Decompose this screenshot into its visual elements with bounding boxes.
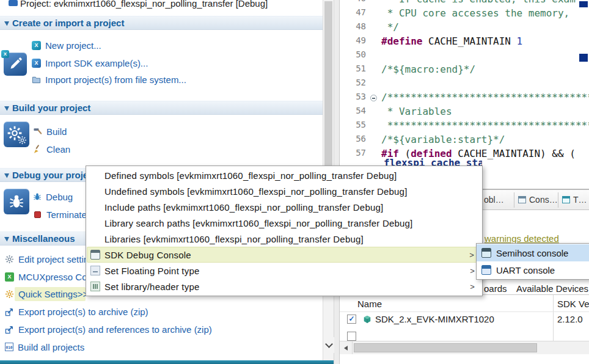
tab-separator	[558, 192, 558, 208]
submenu-item-label: UART console	[496, 265, 555, 275]
column-header-name[interactable]: Name	[357, 299, 382, 309]
menu-item-set-floating-point-type[interactable]: Set Floating Point type>	[86, 263, 482, 278]
section-header-create-or-import[interactable]: Create or import a project	[0, 16, 323, 30]
line-number-49: 49	[340, 35, 369, 49]
code-line-54: * Variables	[381, 106, 589, 120]
menu-item-label: Defined symbols [evkmimxrt1060_flexspi_n…	[104, 170, 397, 181]
code-area: * If cache is enabled, this exam * CPU c…	[381, 0, 589, 162]
scrollbar-thumb[interactable]	[354, 343, 537, 352]
chevron-down-icon	[325, 340, 333, 348]
quickstart-item-quick-settings[interactable]: Quick Settings>>	[5, 288, 88, 299]
sdk-name: SDK_2.x_EVK-MIMXRT1020	[375, 314, 494, 324]
submenu-item-uart-console[interactable]: UART console	[477, 261, 589, 278]
quickstart-item-edit-project-settings[interactable]: Edit project settings	[5, 253, 98, 264]
quickstart-item-new-project[interactable]: X New project...	[32, 40, 101, 51]
console-icon	[90, 250, 100, 260]
code-line-52	[381, 78, 589, 92]
settings-gear-icon	[5, 255, 14, 264]
menu-item-defined-symbols[interactable]: Defined symbols [evkmimxrt1060_flexspi_n…	[86, 167, 482, 183]
quickstart-panel-icon	[9, 0, 18, 6]
sdk-debug-console-submenu: Semihost consoleUART console	[476, 243, 589, 280]
menu-item-sdk-debug-console[interactable]: SDK Debug Console>	[87, 247, 481, 263]
line-number-gutter: 464748495051525354555657	[340, 0, 369, 162]
quickstart-item-export-references-archive[interactable]: Export project(s) and references to arch…	[5, 324, 212, 335]
subtab-boards[interactable]: oards	[484, 283, 507, 294]
folder-import-icon	[32, 75, 41, 84]
section-header-build[interactable]: Build your project	[0, 101, 323, 115]
menu-item-set-library-header-type[interactable]: Set library/header type>	[86, 278, 482, 294]
tab-separator	[514, 192, 514, 208]
new-project-icon: X	[32, 41, 41, 50]
overview-ruler-marker[interactable]	[579, 1, 588, 7]
line-number-51: 51	[340, 64, 369, 78]
arrow-left-icon	[344, 346, 348, 351]
menu-item-label: Set Floating Point type	[104, 266, 200, 276]
bug-icon	[33, 192, 42, 201]
subtab-available-devices[interactable]: Available Devices	[516, 283, 588, 294]
config-tools-icon: X	[5, 272, 14, 282]
column-header-sdk-version[interactable]: SDK Version	[557, 299, 589, 309]
scroll-down-button[interactable]	[323, 337, 334, 353]
quickstart-item-import-from-filesystem[interactable]: Import project(s) from file system...	[32, 74, 186, 85]
quickstart-item-debug[interactable]: Debug	[33, 191, 73, 202]
menu-item-libraries[interactable]: Libraries [evkmimxrt1060_flexspi_nor_pol…	[86, 231, 482, 247]
menu-item-undefined-symb-ols[interactable]: Undefined symb​ols [evkmimxrt1060_flexsp…	[86, 183, 482, 199]
sdk-version: 2.12.0	[557, 314, 583, 324]
submenu-item-semihost-console[interactable]: Semihost console	[477, 244, 589, 261]
collapse-twistie-icon	[4, 173, 9, 178]
quick-settings-gear-icon	[5, 289, 14, 299]
binary-010-icon: 010	[5, 343, 13, 351]
sdk-row-checkbox[interactable]	[347, 332, 356, 341]
export-icon	[5, 325, 14, 334]
horizontal-scrollbar[interactable]	[340, 341, 589, 354]
terminate-icon	[34, 211, 41, 218]
line-number-46: 46	[340, 0, 369, 7]
menu-item-label: Library search paths [evkmimxrt1060_flex…	[104, 218, 412, 228]
check-icon: ✓	[348, 315, 354, 322]
import-sdk-icon: X	[32, 59, 41, 68]
collapse-twistie-icon	[4, 106, 9, 111]
quickstart-item-build[interactable]: Build	[33, 126, 67, 137]
line-number-57: 57	[340, 148, 369, 162]
submenu-arrow-icon: >	[470, 266, 475, 275]
code-line-53: /***************************************…	[381, 92, 589, 106]
tab-problems[interactable]: obl…	[484, 195, 504, 205]
fold-collapse-icon[interactable]	[370, 95, 377, 101]
header-underline	[340, 311, 589, 312]
code-line-48: */	[381, 21, 589, 35]
console-blue-icon	[481, 265, 491, 275]
tab-console[interactable]: Cons…	[529, 195, 558, 205]
submenu-arrow-icon: >	[469, 250, 474, 260]
quickstart-item-import-sdk-examples[interactable]: X Import SDK example(s)...	[32, 57, 148, 68]
hammer-icon	[33, 127, 42, 136]
code-line-50	[381, 49, 589, 64]
mcuxpresso-ide-window: Project: evkmimxrt1060_flexspi_nor_polli…	[0, 0, 589, 364]
line-number-55: 55	[340, 120, 369, 134]
quickstart-item-build-all[interactable]: 010 Build all projects	[5, 341, 84, 352]
warnings-detected-link[interactable]: warnings detected	[485, 233, 559, 244]
mcux-logo-icon: X	[1, 50, 9, 58]
quickstart-item-clean[interactable]: Clean	[33, 144, 70, 155]
line-number-52: 52	[340, 78, 369, 92]
menu-item-library-search-paths[interactable]: Library search paths [evkmimxrt1060_flex…	[86, 215, 482, 231]
collapse-twistie-icon	[4, 237, 9, 242]
quickstart-item-export-archive[interactable]: Export project(s) to archive (zip)	[5, 306, 148, 317]
overview-ruler-marker[interactable]	[579, 54, 588, 62]
scroll-left-button[interactable]	[340, 341, 353, 354]
tab-terminal[interactable]: T…	[573, 195, 587, 205]
left-panel-bottom-edge	[0, 360, 334, 364]
menu-item-include-paths[interactable]: Include paths [evkmimxrt1060_flexspi_nor…	[86, 199, 482, 215]
submenu-arrow-icon: >	[470, 282, 475, 291]
line-number-54: 54	[340, 106, 369, 120]
broom-icon	[33, 145, 42, 154]
line-number-50: 50	[340, 49, 369, 64]
project-label: Project: evkmimxrt1060_flexspi_nor_polli…	[20, 0, 322, 9]
console-dark-icon	[481, 248, 491, 258]
line-number-47: 47	[340, 7, 369, 21]
code-line-55: ****************************************…	[381, 120, 589, 134]
export-icon	[5, 307, 14, 316]
sdk-row-checkbox[interactable]: ✓	[347, 315, 356, 324]
sdk-package-icon	[363, 315, 371, 324]
line-number-48: 48	[340, 21, 369, 35]
menu-item-label: Libraries [evkmimxrt1060_flexspi_nor_pol…	[104, 234, 364, 244]
